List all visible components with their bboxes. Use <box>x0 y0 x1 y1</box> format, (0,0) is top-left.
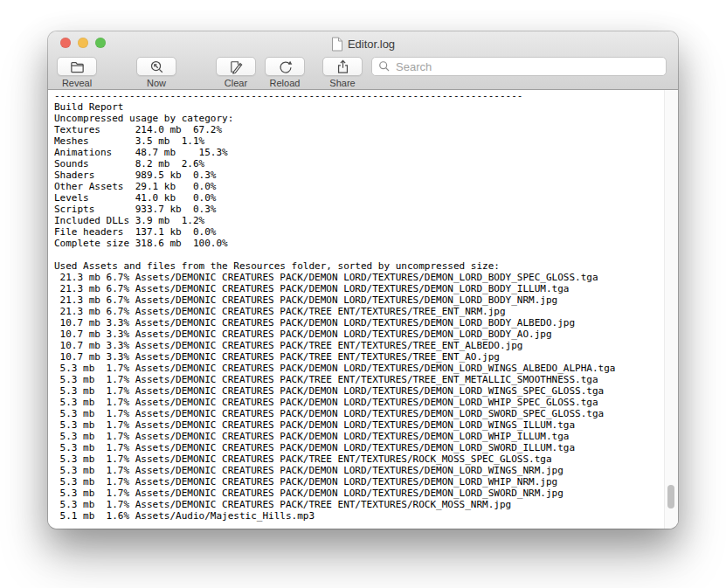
search-icon <box>378 60 391 73</box>
log-line: 5.3 mb 1.7% Assets/DEMONIC CREATURES PAC… <box>54 397 664 408</box>
log-content[interactable]: ----------------------------------------… <box>48 90 664 529</box>
now-button[interactable] <box>136 57 176 76</box>
log-line: Scripts 933.7 kb 0.3% <box>54 204 664 215</box>
share-label: Share <box>329 78 355 88</box>
toolbar: Reveal Now <box>48 54 678 88</box>
vertical-scrollbar[interactable] <box>664 90 678 529</box>
reload-label: Reload <box>270 78 301 88</box>
magnifier-arrow-icon <box>149 59 165 75</box>
clear-pencil-icon <box>228 59 245 75</box>
folder-icon <box>69 59 86 75</box>
reveal-tool: Reveal <box>57 57 97 88</box>
log-line: 10.7 mb 3.3% Assets/DEMONIC CREATURES PA… <box>54 317 664 329</box>
log-line: 21.3 mb 6.7% Assets/DEMONIC CREATURES PA… <box>54 283 664 294</box>
log-line: Shaders 989.5 kb 0.3% <box>54 169 664 181</box>
reveal-label: Reveal <box>62 78 92 88</box>
log-line: 5.3 mb 1.7% Assets/DEMONIC CREATURES PAC… <box>54 431 664 442</box>
log-line: 5.3 mb 1.7% Assets/DEMONIC CREATURES PAC… <box>54 363 664 374</box>
log-line: 5.3 mb 1.7% Assets/DEMONIC CREATURES PAC… <box>54 476 664 488</box>
log-line: 10.7 mb 3.3% Assets/DEMONIC CREATURES PA… <box>54 340 664 351</box>
scrollbar-thumb[interactable] <box>667 485 674 508</box>
log-line: Uncompressed usage by category: <box>54 113 664 124</box>
share-button[interactable] <box>322 57 363 76</box>
share-icon <box>335 59 351 75</box>
log-line: 10.7 mb 3.3% Assets/DEMONIC CREATURES PA… <box>54 351 664 363</box>
log-line: 5.3 mb 1.7% Assets/DEMONIC CREATURES PAC… <box>54 385 664 397</box>
search-input[interactable] <box>394 59 660 74</box>
log-line: 5.3 mb 1.7% Assets/DEMONIC CREATURES PAC… <box>54 499 664 510</box>
log-line: Build Report <box>54 101 664 113</box>
reveal-button[interactable] <box>57 57 97 76</box>
log-line: Levels 41.0 kb 0.0% <box>54 192 664 204</box>
window-title: Editor.log <box>348 38 395 51</box>
log-line: Other Assets 29.1 kb 0.0% <box>54 181 664 192</box>
log-line: Animations 48.7 mb 15.3% <box>54 147 664 158</box>
log-line: Sounds 8.2 mb 2.6% <box>54 158 664 169</box>
log-line: 21.3 mb 6.7% Assets/DEMONIC CREATURES PA… <box>54 294 664 306</box>
log-line: 5.3 mb 1.7% Assets/DEMONIC CREATURES PAC… <box>54 488 664 499</box>
log-line: 10.7 mb 3.3% Assets/DEMONIC CREATURES PA… <box>54 329 664 340</box>
log-line: File headers 137.1 kb 0.0% <box>54 226 664 238</box>
log-line <box>54 249 664 260</box>
log-line: 5.3 mb 1.7% Assets/DEMONIC CREATURES PAC… <box>54 465 664 476</box>
reload-tool: Reload <box>265 57 305 88</box>
log-line: Included DLLs 3.9 mb 1.2% <box>54 215 664 226</box>
log-line: Used Assets and files from the Resources… <box>54 260 664 272</box>
log-line: 5.3 mb 1.7% Assets/DEMONIC CREATURES PAC… <box>54 453 664 465</box>
clear-button[interactable] <box>216 57 256 76</box>
log-line: 5.3 mb 1.7% Assets/DEMONIC CREATURES PAC… <box>54 419 664 431</box>
reload-icon <box>277 59 294 75</box>
document-icon <box>331 37 343 52</box>
log-line: Complete size 318.6 mb 100.0% <box>54 238 664 249</box>
log-line: 21.3 mb 6.7% Assets/DEMONIC CREATURES PA… <box>54 306 664 317</box>
log-content-area: ----------------------------------------… <box>48 90 678 529</box>
log-line: ----------------------------------------… <box>54 90 664 101</box>
title-area: Editor.log <box>48 31 678 56</box>
log-line: 5.3 mb 1.7% Assets/DEMONIC CREATURES PAC… <box>54 374 664 385</box>
log-line: 21.3 mb 6.7% Assets/DEMONIC CREATURES PA… <box>54 272 664 283</box>
reload-button[interactable] <box>265 57 305 76</box>
log-line: Meshes 3.5 mb 1.1% <box>54 135 664 147</box>
log-line: 5.1 mb 1.6% Assets/Audio/Majestic_Hills.… <box>54 510 664 522</box>
log-line: 5.3 mb 1.7% Assets/DEMONIC CREATURES PAC… <box>54 442 664 453</box>
editor-log-window: Editor.log Reveal <box>48 31 678 529</box>
clear-label: Clear <box>225 78 247 88</box>
now-label: Now <box>147 78 166 88</box>
share-tool: Share <box>322 57 363 88</box>
titlebar[interactable]: Editor.log <box>48 31 678 54</box>
search-field[interactable] <box>371 57 667 76</box>
log-line: 5.3 mb 1.7% Assets/DEMONIC CREATURES PAC… <box>54 408 664 419</box>
log-line: Textures 214.0 mb 67.2% <box>54 124 664 135</box>
window-header: Editor.log Reveal <box>48 31 678 90</box>
now-tool: Now <box>136 57 176 88</box>
clear-tool: Clear <box>216 57 256 88</box>
